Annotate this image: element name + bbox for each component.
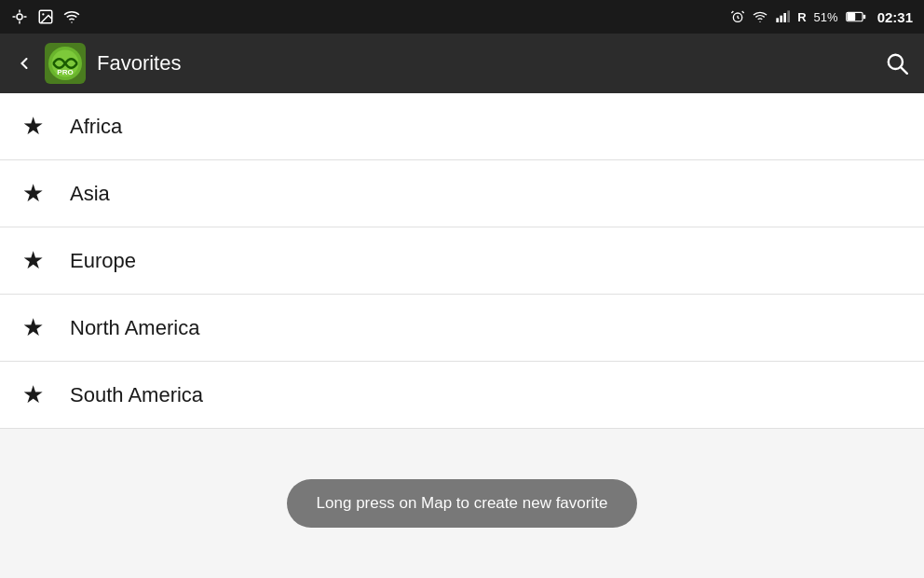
list-item-label-europe: Europe [70,249,136,273]
battery-percentage: 51% [814,10,838,24]
image-icon [37,8,54,25]
star-icon-europe: ★ [22,246,44,275]
app-logo: PRO [45,43,86,84]
location-icon [11,8,28,25]
page-title: Favorites [97,51,885,76]
svg-rect-14 [784,13,787,22]
hint-text: Long press on Map to create new favorite [317,494,608,512]
roaming-indicator: R [797,10,806,24]
svg-point-11 [760,21,761,22]
svg-point-6 [42,13,44,15]
app-bar: PRO Favorites [0,34,924,93]
list-item[interactable]: ★ Africa [0,93,924,160]
svg-point-7 [71,21,73,23]
svg-line-10 [742,11,744,13]
list-item-label-africa: Africa [70,115,122,139]
broadcast-icon [63,8,80,25]
svg-point-0 [17,14,22,20]
star-icon-asia: ★ [22,179,44,208]
svg-rect-15 [788,10,791,22]
wifi-icon [753,9,768,24]
search-button[interactable] [885,51,909,76]
star-icon-south-america: ★ [22,380,44,409]
list-item-label-asia: Asia [70,182,110,206]
signal-icon [775,9,790,24]
status-bar-right-icons: R 51% 02:31 [730,9,913,25]
status-time: 02:31 [877,9,913,25]
list-item-label-north-america: North America [70,316,199,340]
svg-rect-17 [847,13,855,21]
svg-line-9 [732,11,734,13]
bottom-hint-area: Long press on Map to create new favorite [0,429,924,578]
alarm-icon [730,9,745,24]
list-item[interactable]: ★ Asia [0,160,924,227]
list-item[interactable]: ★ Europe [0,227,924,295]
status-bar-left-icons [11,8,80,25]
star-icon-north-america: ★ [22,313,44,342]
svg-rect-13 [781,16,783,22]
svg-line-21 [901,67,907,74]
back-button[interactable] [15,54,34,73]
status-bar: R 51% 02:31 [0,0,924,34]
list-item[interactable]: ★ North America [0,295,924,362]
star-icon-africa: ★ [22,112,44,141]
list-item-label-south-america: South America [70,383,203,407]
hint-pill: Long press on Map to create new favorite [287,479,638,528]
favorites-list: ★ Africa ★ Asia ★ Europe ★ North America… [0,93,924,429]
list-item[interactable]: ★ South America [0,362,924,429]
battery-icon [846,11,866,22]
svg-rect-12 [777,18,780,22]
svg-rect-18 [863,15,864,20]
